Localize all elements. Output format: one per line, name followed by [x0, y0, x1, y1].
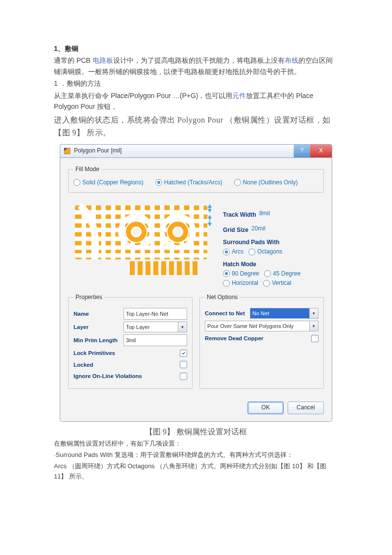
remove-dead-label: Remove Dead Copper	[205, 334, 264, 343]
layer-select[interactable]: Top Layer ▾	[123, 322, 187, 332]
hatch-preview-icon	[70, 202, 217, 288]
paragraph-2: 1 ．敷铜的方法	[54, 78, 338, 89]
name-label: Name	[74, 309, 121, 318]
chevron-down-icon: ▾	[178, 322, 187, 332]
layer-label: Layer	[74, 323, 121, 331]
locked-checkbox[interactable]	[180, 361, 187, 368]
radio-arcs-label: Arcs	[232, 247, 244, 256]
radio-solid[interactable]: Solid (Copper Regions)	[74, 178, 144, 187]
close-button[interactable]: X	[310, 145, 332, 157]
minprim-field[interactable]: 3mil	[123, 334, 187, 346]
netoptions-group: Net Options Connect to Net No Net ▾ Pour…	[199, 293, 324, 388]
svg-rect-37	[193, 261, 197, 275]
radio-icon	[264, 270, 271, 277]
radio-octagons-label: Octagons	[257, 247, 282, 256]
radio-icon	[223, 249, 230, 255]
chevron-down-icon: ▾	[309, 308, 318, 318]
properties-group: Properties Name Top Layer-No Net Layer T…	[68, 293, 193, 388]
connect-label: Connect to Net	[205, 309, 247, 318]
radio-horiz-label: Horizontal	[232, 278, 258, 288]
radio-arcs[interactable]: Arcs	[223, 247, 244, 256]
paragraph-4: 进入敷铜的状态后，系统将会弹出 Polygon Pour （敷铜属性）设置对话框…	[54, 114, 338, 139]
radio-90-label: 90 Degree	[232, 269, 259, 278]
radio-icon	[223, 270, 230, 277]
radio-hatched-label: Hatched (Tracks/Arcs)	[164, 178, 222, 187]
after-2: ·Surround Pads With 复选项：用于设置敷铜环绕焊盘的方式。有两…	[54, 450, 338, 460]
gridsize-value[interactable]: 20mil	[251, 224, 266, 233]
radio-icon	[263, 280, 270, 287]
ignore-checkbox[interactable]	[180, 373, 187, 380]
trackwidth-label: Track Width	[223, 210, 256, 220]
help-button[interactable]: ?	[294, 145, 310, 157]
radio-90[interactable]: 90 Degree	[223, 269, 259, 278]
p1-a: 通常的 PCB	[54, 56, 93, 64]
polygon-pour-dialog: Polygon Pour [mil] ? X Fill Mode Solid (…	[60, 144, 332, 422]
pour-select[interactable]: Pour Over Same Net Polygons Only ▾	[205, 321, 318, 331]
cancel-button[interactable]: Cancel	[288, 402, 324, 414]
radio-icon	[155, 179, 162, 186]
radio-icon	[74, 179, 80, 186]
svg-point-28	[173, 227, 183, 237]
radio-horizontal[interactable]: Horizontal	[223, 278, 258, 288]
connect-net-select[interactable]: No Net ▾	[250, 308, 318, 319]
radio-octagons[interactable]: Octagons	[248, 247, 282, 256]
surround-header: Surround Pads With	[223, 238, 322, 247]
netoptions-legend: Net Options	[205, 293, 240, 302]
radio-icon	[234, 179, 241, 186]
connect-net-value: No Net	[252, 309, 269, 318]
radio-45[interactable]: 45 Degree	[264, 269, 300, 278]
layer-value: Top Layer	[126, 323, 149, 332]
svg-rect-32	[153, 261, 158, 275]
ok-button[interactable]: OK	[247, 402, 284, 414]
dialog-titlebar: Polygon Pour [mil] ? X	[60, 144, 332, 157]
name-field[interactable]: Top Layer-No Net	[123, 308, 187, 320]
svg-rect-29	[130, 261, 135, 275]
chevron-down-icon: ▾	[309, 321, 318, 331]
trackwidth-value[interactable]: 8mil	[259, 209, 270, 218]
paragraph-3: 从主菜单执行命令 Place/Polygon Pour …(P+G)，也可以用元…	[54, 90, 338, 112]
gridsize-label: Grid Size	[223, 226, 248, 235]
radio-hatched[interactable]: Hatched (Tracks/Arcs)	[155, 178, 222, 187]
remove-dead-checkbox[interactable]	[311, 335, 318, 342]
link-pcb[interactable]: 电路板	[93, 56, 113, 64]
after-1: 在敷铜属性设置对话框中，有如下几项设置：	[54, 439, 338, 449]
dialog-title: Polygon Pour [mil]	[74, 146, 294, 155]
radio-solid-label: Solid (Copper Regions)	[82, 178, 144, 187]
radio-vert-label: Vertical	[272, 278, 291, 288]
lockprim-label: Lock Primitives	[74, 349, 115, 357]
svg-rect-35	[177, 261, 182, 275]
svg-point-25	[131, 227, 141, 237]
paragraph-1: 通常的 PCB 电路板设计中，为了提高电路板的抗干扰能力，将电路板上没有布线的空…	[54, 55, 338, 77]
lockprim-checkbox[interactable]	[180, 350, 187, 357]
radio-none-label: None (Outlines Only)	[243, 178, 298, 187]
link-routing[interactable]: 布线	[285, 56, 298, 64]
radio-icon	[248, 249, 255, 255]
radio-none[interactable]: None (Outlines Only)	[234, 178, 298, 187]
properties-legend: Properties	[74, 293, 104, 302]
locked-label: Locked	[74, 360, 93, 369]
figure-caption: 【图 9】 敷铜属性设置对话框	[54, 426, 338, 438]
link-component[interactable]: 元件	[232, 92, 246, 100]
svg-rect-33	[161, 261, 166, 275]
pour-value: Pour Over Same Net Polygons Only	[207, 322, 294, 331]
ignore-label: Ignore On-Line Violations	[74, 372, 142, 380]
radio-vertical[interactable]: Vertical	[263, 278, 291, 288]
after-3: Arcs （圆周环绕）方式和 Octagons （八角形环绕）方式。两种环绕方式…	[54, 461, 338, 482]
svg-rect-36	[185, 261, 190, 275]
svg-rect-31	[146, 261, 150, 275]
fillmode-group: Fill Mode Solid (Copper Regions) Hatched…	[68, 165, 324, 193]
p3-a: 从主菜单执行命令 Place/Polygon Pour …(P+G)，也可以用	[54, 92, 232, 100]
radio-45-label: 45 Degree	[273, 269, 300, 278]
hatchmode-header: Hatch Mode	[223, 260, 322, 269]
section-heading: 1、敷铜	[54, 43, 338, 54]
svg-rect-30	[138, 261, 143, 275]
minprim-label: Min Prim Length	[74, 336, 121, 345]
app-icon	[63, 147, 71, 155]
radio-icon	[223, 280, 230, 287]
svg-rect-34	[169, 261, 174, 275]
p1-b: 设计中，为了提高电路板的抗干扰能力，将电路板上没有	[113, 56, 285, 64]
fillmode-legend: Fill Mode	[74, 165, 101, 174]
